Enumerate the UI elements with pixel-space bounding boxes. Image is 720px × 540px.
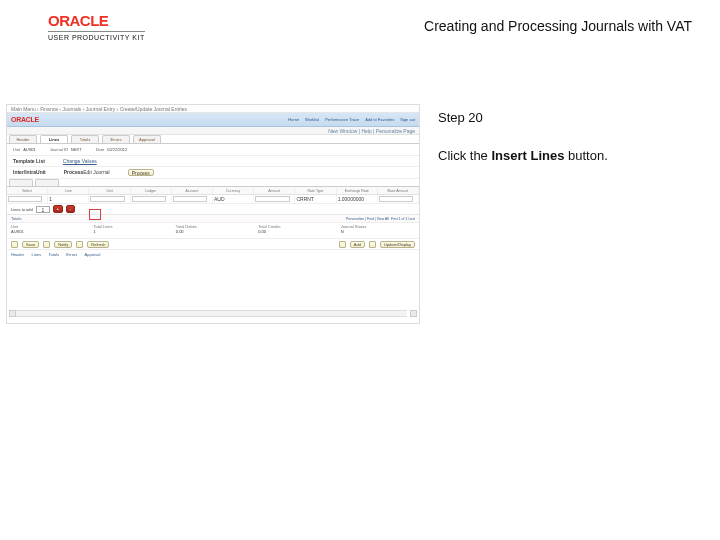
grid-col: Line [48,187,89,194]
grid-cell-exrate: 1.00000000 [337,195,378,203]
totals-val: 0.00 [258,229,332,234]
totals-range: First 1 of 1 Last [391,217,415,221]
process-button[interactable]: Process [128,169,154,176]
breadcrumb-bar: Main Menu › Finance › Journals › Journal… [7,105,419,113]
grid-col: Currency [213,187,254,194]
tab-header[interactable]: Header [9,135,37,143]
grid-row: 1 AUD CRRNT 1.00000000 [7,195,419,204]
grid-header: Select Line Unit Ledger Account Currency… [7,187,419,195]
process-row: Inter/IntraUnit ProcessEdit Journal Proc… [7,167,419,179]
tab-errors[interactable]: Errors [102,135,130,143]
grid-cell-currency: AUD [213,195,254,203]
date-value: 02/22/2012 [107,147,127,152]
brand-block: ORACLE USER PRODUCTIVITY KIT [48,12,145,41]
totals-personalize-links[interactable]: Personalize | Find | View All [346,217,389,221]
update-display-button[interactable]: Update/Display [380,241,415,248]
page-tabs: Header Lines Totals Errors Approval [7,135,419,144]
scroll-track[interactable] [16,310,407,317]
notify-button[interactable]: Notify [54,241,72,248]
grid-col: Account [172,187,213,194]
page-tools-bar: New Window | Help | Personalize Page [7,127,419,135]
app-logo: ORACLE [11,116,39,123]
page-tools-links[interactable]: New Window | Help | Personalize Page [328,128,415,134]
grid-col: Rate Type [295,187,336,194]
scroll-left-icon[interactable] [9,310,16,317]
tab-totals[interactable]: Totals [71,135,99,143]
app-banner: ORACLE Home Worklist Performance Trace A… [7,113,419,127]
bottom-tab-links: Header Lines Totals Errors Approval [7,250,419,258]
grid-cell-ledger[interactable] [132,196,166,202]
save-icon[interactable] [11,241,18,248]
scroll-right-icon[interactable] [410,310,417,317]
grid-col: Ledger [131,187,172,194]
banner-link[interactable]: Home [288,117,299,122]
totals-val: 0.00 [176,229,250,234]
banner-link[interactable]: Performance Trace [325,117,359,122]
delete-lines-button[interactable]: - [66,205,75,213]
content-area: Main Menu › Finance › Journals › Journal… [6,104,714,534]
product-subtitle: USER PRODUCTIVITY KIT [48,31,145,41]
bottom-link[interactable]: Errors [66,252,77,257]
grid-tabs [7,179,419,187]
tab-lines[interactable]: Lines [40,135,68,143]
instruction-panel: Step 20 Click the Insert Lines button. [420,104,714,534]
grid-cell-base[interactable] [379,196,413,202]
bottom-link[interactable]: Totals [48,252,58,257]
instr-suffix: button. [564,148,607,163]
totals-header: Totals Personalize | Find | View All Fir… [7,215,419,223]
grid-cell-amount[interactable] [255,196,289,202]
save-button[interactable]: Save [22,241,39,248]
refresh-icon[interactable] [76,241,83,248]
lines-to-add-label: Lines to add [11,207,33,212]
date-label: Date [96,147,104,152]
lines-to-add-input[interactable]: 1 [36,206,50,213]
journal-id-label: Journal ID [50,147,68,152]
grid-cell-unit[interactable] [90,196,124,202]
unit-label: Unit [13,147,20,152]
bottom-link[interactable]: Lines [32,252,42,257]
action-bar: Save Notify Refresh Add Update/Display [7,239,419,250]
bottom-link[interactable]: Approval [85,252,101,257]
insert-lines-row: Lines to add 1 + - [7,204,419,215]
totals-title: Totals [11,216,21,221]
horizontal-scrollbar[interactable] [9,310,417,317]
unit-value: AUS01 [23,147,36,152]
totals-val: AUS01 [11,229,85,234]
grid-cell-select[interactable] [8,196,42,202]
grid-cell-account[interactable] [173,196,207,202]
instruction-text: Click the Insert Lines button. [438,147,714,165]
tab-approval[interactable]: Approval [133,135,161,143]
page-header: ORACLE USER PRODUCTIVITY KIT Creating an… [0,0,720,52]
notify-icon[interactable] [43,241,50,248]
grid-subtab[interactable] [35,179,59,186]
banner-links: Home Worklist Performance Trace Add to F… [288,117,415,122]
grid-col: Base Amount [378,187,419,194]
process-select[interactable]: Edit Journal [83,169,109,175]
grid-col: Exchange Rate [337,187,378,194]
refresh-button[interactable]: Refresh [87,241,109,248]
banner-link[interactable]: Add to Favorites [365,117,394,122]
template-row: Template List Change Values [7,156,419,167]
banner-link[interactable]: Sign out [400,117,415,122]
breadcrumb-text: Main Menu › Finance › Journals › Journal… [11,106,187,112]
instr-button-name: Insert Lines [491,148,564,163]
update-icon[interactable] [369,241,376,248]
change-values-link[interactable]: Change Values [63,158,97,164]
totals-val: N [341,229,415,234]
totals-grid: UnitAUS01 Total Lines1 Total Debits0.00 … [7,223,419,239]
banner-link[interactable]: Worklist [305,117,319,122]
instr-prefix: Click the [438,148,491,163]
template-list-label: Template List [13,158,45,164]
insert-lines-button[interactable]: + [53,205,63,213]
bottom-link[interactable]: Header [11,252,24,257]
grid-cell-line: 1 [48,195,89,203]
inter-intra-label: Inter/IntraUnit [13,169,46,175]
add-icon[interactable] [339,241,346,248]
step-number: Step 20 [438,110,714,125]
grid-col: Unit [89,187,130,194]
totals-val: 1 [93,229,167,234]
add-button[interactable]: Add [350,241,365,248]
journal-id-value: NEXT [71,147,82,152]
oracle-logo: ORACLE [48,12,145,29]
grid-subtab[interactable] [9,179,33,186]
